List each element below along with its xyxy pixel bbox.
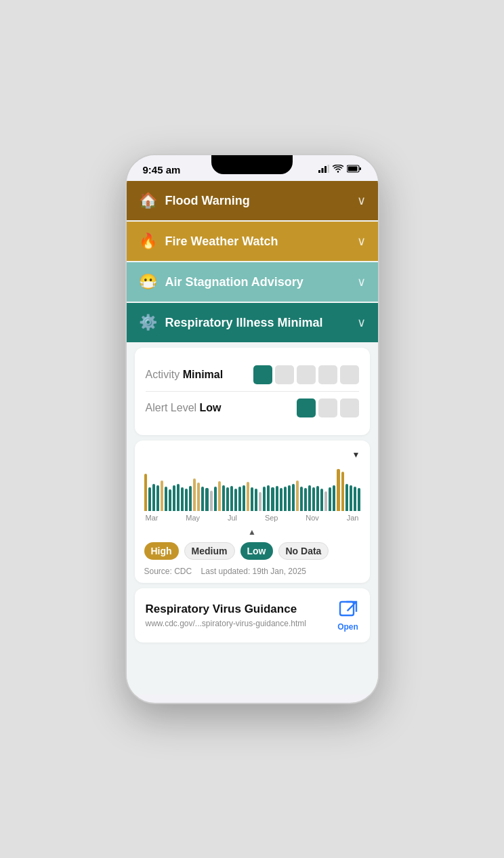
chart-bar-25	[247, 482, 249, 511]
air-advisory-banner[interactable]: 😷 Air Stagnation Advisory ∨	[127, 262, 378, 302]
wifi-icon	[333, 163, 343, 176]
chart-label-may: May	[186, 514, 200, 522]
alert-level-dots	[297, 399, 359, 417]
fire-banner-title: Fire Weather Watch	[165, 234, 278, 249]
chart-bar-38	[300, 487, 303, 511]
activity-card: Activity Minimal Alert Level Low	[135, 348, 370, 435]
chart-bar-49	[345, 484, 348, 511]
chart-bar-36	[292, 484, 295, 511]
chart-bar-10	[185, 489, 188, 511]
svg-rect-1	[321, 168, 323, 173]
chart-bar-0	[144, 474, 147, 511]
last-updated-label: Last updated: 19th Jan, 2025	[201, 567, 306, 576]
fire-banner-left: 🔥 Fire Weather Watch	[139, 232, 278, 250]
respiratory-chevron-icon: ∨	[357, 315, 366, 330]
chart-bar-33	[280, 488, 282, 511]
flood-icon: 🏠	[139, 192, 157, 209]
chart-bar-39	[304, 488, 307, 511]
legend-high[interactable]: High	[144, 542, 179, 560]
chart-bar-32	[276, 486, 278, 511]
activity-row: Activity Minimal	[146, 359, 359, 392]
chart-bar-12	[193, 478, 196, 511]
alert-dot-2	[318, 399, 337, 417]
chart-bar-5	[165, 487, 167, 511]
chart-bar-34	[284, 487, 287, 511]
chart-bar-9	[181, 487, 184, 511]
chart-bar-52	[358, 488, 360, 511]
air-chevron-icon: ∨	[357, 274, 366, 289]
chart-bar-44	[324, 491, 327, 511]
chart-bar-26	[251, 487, 253, 511]
chart-expand-button[interactable]: ▲	[144, 527, 360, 537]
fire-chevron-icon: ∨	[357, 234, 366, 249]
chart-bar-17	[214, 487, 217, 511]
chart-bar-1	[148, 487, 151, 511]
svg-rect-7	[348, 167, 357, 171]
chart-label-nov: Nov	[306, 514, 319, 522]
chart-bar-22	[234, 489, 237, 511]
activity-dots	[253, 365, 359, 384]
fire-weather-banner[interactable]: 🔥 Fire Weather Watch ∨	[127, 222, 378, 261]
chart-bar-14	[201, 487, 204, 511]
dot-3	[297, 365, 316, 384]
svg-rect-6	[359, 167, 361, 170]
legend-nodata[interactable]: No Data	[278, 542, 329, 560]
chart-bar-24	[243, 485, 245, 511]
flood-banner-title: Flood Warning	[165, 194, 250, 208]
guidance-title: Respiratory Virus Guidance	[146, 602, 306, 616]
chart-bar-7	[173, 485, 175, 511]
chart-bar-8	[177, 484, 180, 511]
signal-icon	[318, 163, 329, 176]
chart-bar-4	[161, 481, 163, 511]
chart-bar-29	[263, 487, 266, 511]
flood-banner-left: 🏠 Flood Warning	[139, 192, 250, 209]
flood-warning-banner[interactable]: 🏠 Flood Warning ∨	[127, 181, 378, 220]
chart-bar-20	[226, 487, 229, 511]
legend-low[interactable]: Low	[240, 542, 273, 560]
chart-bar-30	[267, 485, 270, 511]
chart-card: ▼ Mar May Jul Sep Nov Jan ▲ High Medi	[135, 441, 370, 583]
svg-point-4	[337, 171, 338, 172]
dot-5	[340, 365, 359, 384]
chart-bar-37	[296, 481, 299, 511]
phone-frame: 9:45 am	[125, 154, 379, 704]
chart-label-sep: Sep	[265, 514, 278, 522]
svg-rect-0	[318, 170, 320, 173]
chart-bar-40	[308, 485, 311, 511]
open-label: Open	[337, 622, 358, 632]
chart-label-jul: Jul	[228, 514, 237, 522]
chart-bars	[144, 464, 360, 511]
dot-4	[318, 365, 337, 384]
chart-bar-15	[205, 488, 208, 511]
legend-low-label: Low	[247, 546, 266, 556]
legend-medium-label: Medium	[192, 546, 228, 556]
air-icon: 😷	[139, 273, 157, 291]
chart-dropdown-button[interactable]: ▼	[352, 450, 360, 459]
main-content: 🏠 Flood Warning ∨ 🔥 Fire Weather Watch ∨…	[127, 181, 378, 695]
open-button[interactable]: Open	[337, 599, 359, 632]
chart-legend: High Medium Low No Data	[144, 542, 360, 560]
status-time: 9:45 am	[143, 164, 181, 176]
chart-bar-13	[197, 483, 200, 511]
activity-label: Activity Minimal	[146, 369, 224, 381]
chart-bar-47	[337, 469, 339, 511]
legend-nodata-label: No Data	[286, 546, 322, 556]
activity-value: Minimal	[183, 369, 224, 380]
chart-bar-3	[156, 485, 159, 511]
source-label: Source: CDC	[144, 567, 192, 576]
status-bar: 9:45 am	[127, 155, 378, 181]
chart-bar-18	[218, 481, 221, 511]
respiratory-banner[interactable]: ⚙️ Respiratory Illness Minimal ∨	[127, 303, 378, 342]
chart-bar-48	[341, 472, 344, 511]
chart-bar-43	[320, 489, 323, 511]
chart-bar-41	[312, 487, 315, 511]
legend-medium[interactable]: Medium	[184, 542, 235, 560]
alert-dot-3	[340, 399, 359, 417]
air-banner-title: Air Stagnation Advisory	[165, 275, 303, 289]
chart-bar-6	[169, 489, 171, 511]
chart-bar-2	[152, 484, 155, 511]
chart-bar-21	[230, 486, 233, 511]
chart-controls: ▼	[144, 450, 360, 459]
dot-2	[275, 365, 294, 384]
chart-bar-50	[350, 485, 352, 511]
